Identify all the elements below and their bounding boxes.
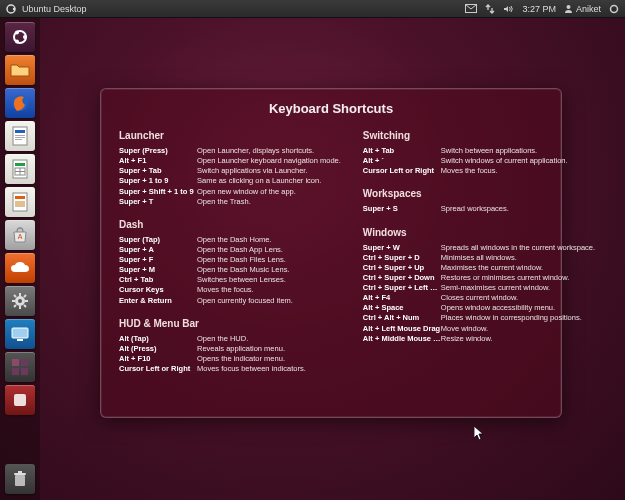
svg-line-34 (24, 295, 26, 297)
shortcut-key: Ctrl + Super + Left or Ri... (363, 283, 441, 293)
shortcut-row: Super (Tap)Open the Dash Home. (119, 235, 341, 245)
launcher-item-libreoffice-calc[interactable] (5, 154, 35, 184)
shortcut-row: Alt + `Switch windows of current applica… (363, 156, 595, 166)
shortcut-desc: Opens window accessibility menu. (441, 303, 595, 313)
shortcut-key: Cursor Left or Right (363, 166, 441, 176)
mouse-cursor-icon (474, 426, 486, 442)
section-title: Windows (363, 227, 595, 238)
launcher-item-appearance[interactable] (5, 319, 35, 349)
launcher-item-app-other[interactable] (5, 385, 35, 415)
overlay-left-column: LauncherSuper (Press)Open Launcher, disp… (119, 130, 341, 386)
appearance-icon (10, 326, 30, 342)
keyboard-shortcut-overlay: Keyboard Shortcuts LauncherSuper (Press)… (100, 88, 562, 418)
svg-rect-36 (17, 339, 23, 341)
shortcut-section: WorkspacesSuper + SSpread workspaces. (363, 188, 595, 214)
shortcut-row: Cursor KeysMoves the focus. (119, 285, 341, 295)
launcher-item-home-folder[interactable] (5, 55, 35, 85)
launcher-item-dash-home[interactable] (5, 22, 35, 52)
shortcut-key: Cursor Keys (119, 285, 197, 295)
svg-rect-13 (15, 135, 25, 136)
user-icon (564, 4, 573, 13)
shortcut-row: Alt (Tap)Open the HUD. (119, 334, 341, 344)
clock-indicator[interactable]: 3:27 PM (522, 4, 556, 14)
shortcut-row: Super + 1 to 9Same as clicking on a Laun… (119, 176, 341, 186)
svg-rect-35 (12, 328, 28, 338)
libreoffice-impress-icon (11, 192, 29, 212)
shortcut-desc: Semi-maximises current window. (441, 283, 595, 293)
shortcut-desc: Move window. (441, 324, 595, 334)
top-panel: Ubuntu Desktop 3:27 PM Aniket (0, 0, 625, 18)
shortcut-desc: Open the Dash App Lens. (197, 245, 341, 255)
shortcut-row: Ctrl + TabSwitches between Lenses. (119, 275, 341, 285)
svg-line-33 (14, 305, 16, 307)
launcher-item-software-center[interactable]: A (5, 220, 35, 250)
shortcut-key: Alt + F1 (119, 156, 197, 166)
shortcut-row: Ctrl + Super + DownRestores or minimises… (363, 273, 595, 283)
trash-launcher-item[interactable] (5, 464, 35, 494)
libreoffice-writer-icon (11, 126, 29, 146)
shortcut-desc: Moves the focus. (197, 285, 341, 295)
shortcut-desc: Spreads all windows in the current works… (441, 243, 595, 253)
launcher-item-workspace-switcher[interactable] (5, 352, 35, 382)
ubuntu-logo-icon (6, 4, 16, 14)
svg-rect-15 (15, 139, 22, 140)
shortcut-desc: Opens the indicator menu. (197, 354, 341, 364)
shortcut-desc: Open the Dash Music Lens. (197, 265, 341, 275)
shortcut-key: Alt + Left Mouse Drag (363, 324, 441, 334)
sound-indicator[interactable] (503, 4, 514, 14)
svg-rect-22 (15, 196, 25, 199)
shortcut-row: Super + TabSwitch applications via Launc… (119, 166, 341, 176)
shortcut-desc: Open the Trash. (197, 197, 341, 207)
shortcut-key: Super + M (119, 265, 197, 275)
section-title: Launcher (119, 130, 341, 141)
shortcut-key: Alt + F4 (363, 293, 441, 303)
shortcut-key: Super + 1 to 9 (119, 176, 197, 186)
shortcut-section: SwitchingAlt + TabSwitch between applica… (363, 130, 595, 176)
home-folder-icon (10, 62, 30, 78)
launcher-item-settings[interactable] (5, 286, 35, 316)
shortcut-desc: Reveals application menu. (197, 344, 341, 354)
svg-rect-38 (21, 359, 28, 366)
network-indicator[interactable] (485, 4, 495, 14)
svg-point-7 (23, 35, 27, 39)
shortcut-desc: Open new window of the app. (197, 187, 341, 197)
shortcut-row: Super + FOpen the Dash Files Lens. (119, 255, 341, 265)
shortcut-desc: Open currently focused item. (197, 296, 341, 306)
system-indicator[interactable] (609, 4, 619, 14)
shortcut-key: Super + S (363, 204, 441, 214)
svg-rect-42 (15, 475, 25, 486)
shortcut-section: WindowsSuper + WSpreads all windows in t… (363, 227, 595, 344)
shortcut-row: Super + MOpen the Dash Music Lens. (119, 265, 341, 275)
shortcut-desc: Minimises all windows. (441, 253, 595, 263)
shortcut-key: Cursor Left or Right (119, 364, 197, 374)
shortcut-desc: Same as clicking on a Launcher icon. (197, 176, 341, 186)
shortcut-section: LauncherSuper (Press)Open Launcher, disp… (119, 130, 341, 207)
top-panel-title: Ubuntu Desktop (22, 4, 87, 14)
shortcut-row: Alt + Left Mouse DragMove window. (363, 324, 595, 334)
shortcut-desc: Switch applications via Launcher. (197, 166, 341, 176)
software-center-icon: A (11, 226, 29, 244)
shortcut-desc: Switches between Lenses. (197, 275, 341, 285)
gear-icon (609, 4, 619, 14)
shortcut-desc: Spread workspaces. (441, 204, 595, 214)
section-title: Switching (363, 130, 595, 141)
user-indicator[interactable]: Aniket (564, 4, 601, 14)
launcher-item-libreoffice-writer[interactable] (5, 121, 35, 151)
shortcut-row: Alt + F1Open Launcher keyboard navigatio… (119, 156, 341, 166)
shortcut-key: Alt + ` (363, 156, 441, 166)
launcher-item-firefox[interactable] (5, 88, 35, 118)
shortcut-key: Alt + Space (363, 303, 441, 313)
shortcut-desc: Open the Dash Files Lens. (197, 255, 341, 265)
ubuntu-one-icon (10, 261, 30, 275)
shortcut-row: Super (Press)Open Launcher, displays sho… (119, 146, 341, 156)
launcher-item-libreoffice-impress[interactable] (5, 187, 35, 217)
shortcut-key: Super + A (119, 245, 197, 255)
svg-point-26 (18, 299, 22, 303)
app-other-icon (12, 392, 28, 408)
launcher-item-ubuntu-one[interactable] (5, 253, 35, 283)
shortcut-row: Alt + SpaceOpens window accessibility me… (363, 303, 595, 313)
mail-indicator[interactable] (465, 4, 477, 13)
svg-line-32 (24, 305, 26, 307)
shortcut-key: Ctrl + Super + Down (363, 273, 441, 283)
svg-point-3 (566, 5, 570, 9)
